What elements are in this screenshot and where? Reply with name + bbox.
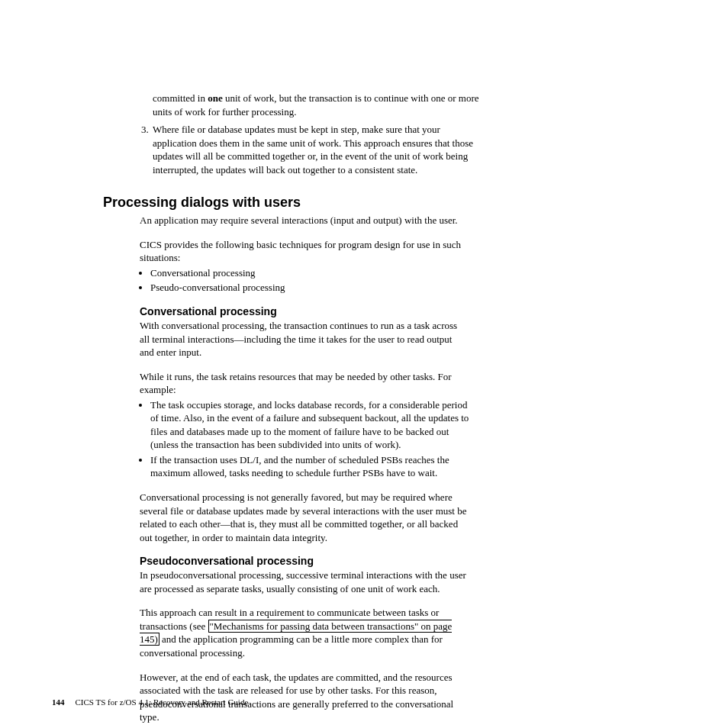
paragraph: Conversational processing is not general… (140, 491, 468, 544)
paragraph: In pseudoconversational processing, succ… (140, 569, 468, 595)
paragraph: An application may require several inter… (140, 214, 468, 227)
text-fragment: committed in (153, 92, 208, 104)
heading-processing-dialogs: Processing dialogs with users (103, 195, 621, 211)
bold-text: one (208, 92, 223, 104)
continuation-paragraph: committed in one unit of work, but the t… (153, 92, 481, 118)
list-item: If the transaction uses DL/I, and the nu… (150, 453, 471, 480)
subheading-pseudoconversational: Pseudoconversational processing (140, 555, 621, 567)
subheading-conversational: Conversational processing (140, 305, 621, 317)
list-item: Conversational processing (150, 266, 471, 280)
example-list: The task occupies storage, and locks dat… (140, 398, 471, 480)
item-number: 3. (141, 123, 153, 176)
page-number: 144 (52, 697, 65, 707)
footer-title: CICS TS for z/OS 4.1: Recovery and Resta… (76, 697, 249, 707)
list-item: The task occupies storage, and locks dat… (150, 398, 471, 452)
document-page: committed in one unit of work, but the t… (0, 0, 728, 728)
item-text: Where file or database updates must be k… (153, 123, 481, 176)
paragraph: With conversational processing, the tran… (140, 319, 468, 359)
text-fragment: and the application programming can be a… (140, 633, 443, 659)
paragraph: This approach can result in a requiremen… (140, 606, 468, 659)
page-footer: 144CICS TS for z/OS 4.1: Recovery and Re… (52, 697, 248, 707)
paragraph: CICS provides the following basic techni… (140, 238, 468, 265)
paragraph: While it runs, the task retains resource… (140, 370, 468, 397)
list-item: Pseudo-conversational processing (150, 281, 471, 295)
technique-list: Conversational processing Pseudo-convers… (140, 266, 471, 295)
numbered-item-3: 3. Where file or database updates must b… (141, 123, 481, 176)
